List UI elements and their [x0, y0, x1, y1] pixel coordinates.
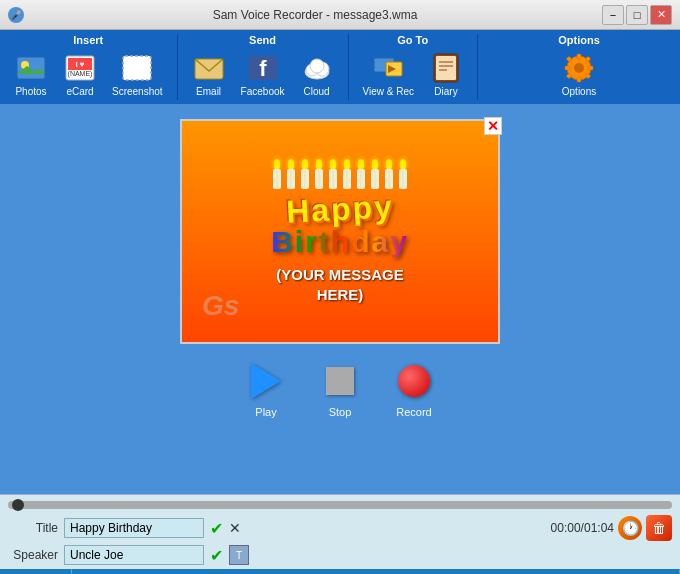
cloud-icon	[301, 52, 333, 84]
insert-buttons: Photos I ♥ (NAME) eCard	[8, 49, 169, 100]
fields-container: Title ✔ ✕ 00:00/01:04 🕐 🗑 Speaker ✔ T	[8, 515, 672, 565]
minimize-button[interactable]: −	[602, 5, 624, 25]
play-button[interactable]: Play	[244, 359, 288, 418]
play-icon	[244, 359, 288, 403]
candle-3	[301, 159, 309, 189]
options-button[interactable]: Options	[556, 49, 602, 100]
candle-2	[287, 159, 295, 189]
happy-text: Happy	[285, 190, 394, 228]
candles-top	[273, 159, 407, 189]
title-input[interactable]	[64, 518, 204, 538]
candle-1	[273, 159, 281, 189]
candle-4	[315, 159, 323, 189]
svg-rect-7	[123, 56, 151, 80]
bottom-bar: Files ▼ Transcribe ▼	[0, 569, 680, 574]
maximize-button[interactable]: □	[626, 5, 648, 25]
svg-rect-19	[436, 56, 456, 80]
svg-rect-25	[577, 54, 581, 59]
viewrec-icon	[372, 52, 404, 84]
photos-label: Photos	[15, 86, 46, 97]
stop-button[interactable]: Stop	[318, 359, 362, 418]
facebook-label: Facebook	[241, 86, 285, 97]
screenshot-label: Screenshot	[112, 86, 163, 97]
toolbar-section-options: Options	[478, 34, 680, 100]
diary-button[interactable]: Diary	[423, 49, 469, 100]
svg-rect-28	[588, 66, 593, 70]
svg-point-24	[574, 63, 584, 73]
options-buttons: Options	[556, 49, 602, 100]
speaker-check-icon[interactable]: ✔	[210, 546, 223, 565]
ecard-label: eCard	[66, 86, 93, 97]
options-label: Options	[562, 86, 596, 97]
birthday-card: Happy Birthday (YOUR MESSAGEHERE) Gs	[180, 119, 500, 344]
title-field-label: Title	[8, 521, 58, 535]
email-icon	[193, 52, 225, 84]
options-section-label: Options	[558, 34, 600, 46]
svg-text:(NAME): (NAME)	[68, 70, 93, 78]
speaker-input[interactable]	[64, 545, 204, 565]
play-label: Play	[255, 406, 276, 418]
delete-button[interactable]: 🗑	[646, 515, 672, 541]
card-close-button[interactable]: ✕	[484, 117, 502, 135]
candle-10	[399, 159, 407, 189]
watermark: Gs	[202, 290, 239, 322]
close-button[interactable]: ✕	[650, 5, 672, 25]
cloud-button[interactable]: Cloud	[294, 49, 340, 100]
toolbar-section-goto: Go To View & Rec	[349, 34, 479, 100]
send-section-label: Send	[249, 34, 276, 46]
ecard-icon: I ♥ (NAME)	[64, 52, 96, 84]
svg-rect-27	[565, 66, 570, 70]
svg-point-14	[310, 59, 324, 73]
diary-icon	[430, 52, 462, 84]
insert-section-label: Insert	[73, 34, 103, 46]
facebook-button[interactable]: f Facebook	[235, 49, 291, 100]
ecard-button[interactable]: I ♥ (NAME) eCard	[57, 49, 103, 100]
candle-5	[329, 159, 337, 189]
viewrec-label: View & Rec	[363, 86, 415, 97]
speaker-field-label: Speaker	[8, 548, 58, 562]
facebook-icon: f	[247, 52, 279, 84]
toolbar-section-insert: Insert Photos I ♥	[0, 34, 178, 100]
goto-buttons: View & Rec Diary	[357, 49, 470, 100]
files-tab[interactable]: Files ▼	[0, 569, 72, 574]
screenshot-icon	[121, 52, 153, 84]
window-title: Sam Voice Recorder - message3.wma	[28, 8, 602, 22]
record-button[interactable]: Record	[392, 359, 436, 418]
tab-spacer	[72, 569, 577, 574]
progress-thumb[interactable]	[12, 499, 24, 511]
title-check-icon[interactable]: ✔	[210, 519, 223, 538]
svg-rect-26	[577, 77, 581, 82]
speaker-icon-button[interactable]: T	[229, 545, 249, 565]
progress-bar[interactable]	[8, 501, 672, 509]
send-buttons: Email f Facebook	[186, 49, 340, 100]
email-button[interactable]: Email	[186, 49, 232, 100]
transcribe-tab[interactable]: Transcribe ▼	[577, 569, 680, 574]
card-container: ✕ Happy Birthday (YOUR MESSAGEHERE) Gs	[180, 119, 500, 344]
screenshot-button[interactable]: Screenshot	[106, 49, 169, 100]
title-clear-icon[interactable]: ✕	[229, 520, 241, 536]
stop-icon	[318, 359, 362, 403]
clock-icon: 🕐	[618, 516, 642, 540]
svg-rect-0	[17, 57, 45, 79]
candle-6	[343, 159, 351, 189]
goto-section-label: Go To	[397, 34, 428, 46]
main-area: ✕ Happy Birthday (YOUR MESSAGEHERE) Gs	[0, 104, 680, 494]
viewrec-button[interactable]: View & Rec	[357, 49, 421, 100]
app-icon: 🎤	[8, 7, 24, 23]
email-label: Email	[196, 86, 221, 97]
cloud-label: Cloud	[303, 86, 329, 97]
birthday-text: Birthday	[271, 227, 409, 257]
stop-label: Stop	[329, 406, 352, 418]
candle-7	[357, 159, 365, 189]
speaker-field-row: Speaker ✔ T	[8, 545, 672, 565]
status-area: Title ✔ ✕ 00:00/01:04 🕐 🗑 Speaker ✔ T	[0, 494, 680, 569]
time-display: 00:00/01:04 🕐 🗑	[551, 515, 672, 541]
card-message: (YOUR MESSAGEHERE)	[276, 265, 404, 304]
candle-9	[385, 159, 393, 189]
window-controls: − □ ✕	[602, 5, 672, 25]
title-bar: 🎤 Sam Voice Recorder - message3.wma − □ …	[0, 0, 680, 30]
diary-label: Diary	[434, 86, 457, 97]
photos-button[interactable]: Photos	[8, 49, 54, 100]
options-icon	[563, 52, 595, 84]
photos-icon	[15, 52, 47, 84]
